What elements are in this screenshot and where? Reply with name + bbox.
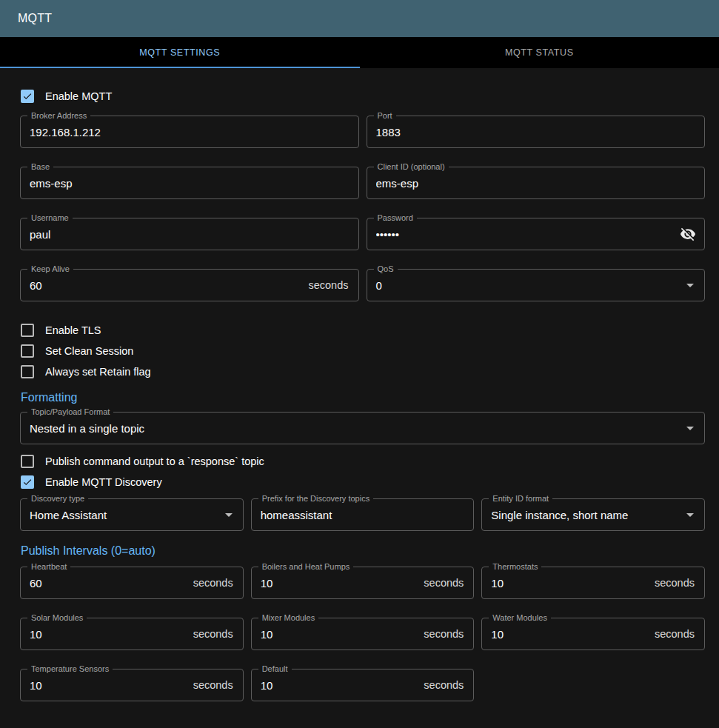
temperature-sensors-label: Temperature Sensors: [27, 664, 113, 674]
keep-alive-unit: seconds: [308, 279, 358, 291]
solar-modules-input[interactable]: [21, 618, 193, 649]
default-interval-unit: seconds: [424, 679, 473, 691]
mqtt-settings-page: MQTT MQTT SETTINGS MQTT STATUS Enable MQ…: [0, 0, 719, 728]
heartbeat-input[interactable]: [21, 567, 193, 598]
default-interval-input[interactable]: [252, 669, 424, 701]
broker-port-row: Broker Address Port: [20, 116, 705, 148]
client-id-field: Client ID (optional): [367, 167, 706, 199]
retain-flag-checkbox-row[interactable]: Always set Retain flag: [21, 361, 705, 382]
water-modules-input[interactable]: [482, 618, 655, 649]
mixer-modules-unit: seconds: [424, 628, 473, 640]
base-input[interactable]: [21, 167, 358, 198]
discovery-type-value: Home Assistant: [21, 509, 220, 521]
discovery-prefix-input[interactable]: [252, 499, 474, 530]
discovery-options-group: Publish command output to a `response` t…: [20, 451, 705, 492]
tab-bar: MQTT SETTINGS MQTT STATUS: [0, 37, 719, 68]
broker-address-input[interactable]: [21, 116, 358, 147]
username-input[interactable]: [21, 218, 358, 250]
dropdown-arrow-icon: [681, 276, 699, 294]
page-title: MQTT: [18, 12, 52, 25]
empty-grid-cell: [481, 669, 705, 701]
entity-id-format-select[interactable]: Entity ID format Single instance, short …: [481, 498, 705, 531]
publish-response-label: Publish command output to a `response` t…: [45, 455, 264, 467]
enable-mqtt-checkbox[interactable]: [21, 90, 34, 103]
base-field: Base: [20, 167, 359, 199]
intervals-row-2: Solar Modules seconds Mixer Modules seco…: [20, 618, 705, 650]
enable-tls-checkbox-row[interactable]: Enable TLS: [21, 320, 705, 341]
water-modules-unit: seconds: [655, 628, 704, 640]
client-id-label: Client ID (optional): [374, 162, 449, 172]
mixer-modules-label: Mixer Modules: [258, 613, 319, 623]
enable-discovery-label: Enable MQTT Discovery: [45, 476, 162, 488]
app-header: MQTT: [0, 0, 719, 37]
clean-session-checkbox[interactable]: [21, 344, 34, 358]
heartbeat-field: Heartbeat seconds: [20, 567, 244, 599]
publish-response-checkbox-row[interactable]: Publish command output to a `response` t…: [21, 451, 705, 472]
default-interval-field: Default seconds: [251, 669, 475, 701]
client-id-input[interactable]: [367, 167, 705, 198]
topic-format-value: Nested in a single topic: [21, 422, 681, 435]
broker-address-label: Broker Address: [27, 111, 90, 121]
thermostats-input[interactable]: [482, 567, 655, 598]
discovery-config-row: Discovery type Home Assistant Prefix for…: [20, 498, 705, 531]
thermostats-label: Thermostats: [489, 562, 541, 572]
tab-mqtt-status[interactable]: MQTT STATUS: [360, 37, 719, 68]
keep-alive-field: Keep Alive seconds: [20, 269, 359, 301]
intervals-row-1: Heartbeat seconds Boilers and Heat Pumps…: [20, 567, 705, 599]
mixer-modules-field: Mixer Modules seconds: [251, 618, 475, 650]
temperature-sensors-unit: seconds: [193, 679, 243, 691]
keep-alive-label: Keep Alive: [27, 264, 73, 274]
temperature-sensors-input[interactable]: [21, 669, 193, 701]
retain-flag-label: Always set Retain flag: [45, 366, 151, 378]
mixer-modules-input[interactable]: [252, 618, 424, 649]
thermostats-field: Thermostats seconds: [481, 567, 705, 599]
boilers-input[interactable]: [252, 567, 424, 598]
dropdown-arrow-icon: [681, 506, 699, 524]
base-clientid-row: Base Client ID (optional): [20, 167, 705, 199]
solar-modules-field: Solar Modules seconds: [20, 618, 244, 650]
port-label: Port: [374, 111, 396, 121]
enable-mqtt-checkbox-row[interactable]: Enable MQTT: [21, 86, 705, 107]
discovery-type-select[interactable]: Discovery type Home Assistant: [20, 498, 244, 531]
intervals-row-3: Temperature Sensors seconds Default seco…: [20, 669, 705, 701]
keep-alive-input[interactable]: [21, 270, 308, 301]
retain-flag-checkbox[interactable]: [21, 365, 34, 378]
enable-tls-label: Enable TLS: [45, 324, 101, 336]
port-input[interactable]: [367, 116, 705, 147]
broker-address-field: Broker Address: [20, 116, 359, 148]
visibility-off-icon: [680, 226, 696, 242]
publish-intervals-heading: Publish Intervals (0=auto): [21, 543, 705, 559]
settings-form: Enable MQTT Broker Address Port Base Cli…: [0, 68, 719, 728]
username-field: Username: [20, 218, 359, 250]
enable-discovery-checkbox-row[interactable]: Enable MQTT Discovery: [21, 472, 705, 492]
tab-mqtt-settings[interactable]: MQTT SETTINGS: [0, 37, 360, 68]
solar-modules-label: Solar Modules: [27, 613, 87, 623]
water-modules-label: Water Modules: [489, 613, 551, 623]
boilers-field: Boilers and Heat Pumps seconds: [251, 567, 475, 599]
port-field: Port: [367, 116, 706, 148]
heartbeat-label: Heartbeat: [27, 562, 70, 572]
formatting-heading: Formatting: [21, 390, 705, 406]
password-input[interactable]: [367, 218, 679, 250]
topic-format-select[interactable]: Topic/Payload Format Nested in a single …: [20, 412, 705, 444]
solar-modules-unit: seconds: [193, 628, 243, 640]
dropdown-arrow-icon: [681, 419, 699, 437]
clean-session-label: Set Clean Session: [45, 345, 133, 357]
entity-id-format-value: Single instance, short name: [482, 509, 681, 521]
qos-select[interactable]: QoS 0: [367, 269, 706, 301]
dropdown-arrow-icon: [220, 506, 238, 524]
enable-discovery-checkbox[interactable]: [21, 475, 34, 489]
qos-label: QoS: [374, 264, 398, 274]
temperature-sensors-field: Temperature Sensors seconds: [20, 669, 244, 701]
publish-response-checkbox[interactable]: [21, 455, 34, 468]
password-label: Password: [374, 213, 417, 223]
toggle-password-visibility-button[interactable]: [678, 224, 698, 244]
check-icon: [22, 476, 33, 488]
boilers-label: Boilers and Heat Pumps: [258, 562, 354, 572]
enable-tls-checkbox[interactable]: [21, 324, 34, 337]
discovery-type-label: Discovery type: [27, 494, 88, 504]
clean-session-checkbox-row[interactable]: Set Clean Session: [21, 341, 705, 361]
enable-mqtt-label: Enable MQTT: [45, 90, 112, 102]
connection-options-group: Enable TLS Set Clean Session Always set …: [20, 320, 705, 382]
username-label: Username: [27, 213, 73, 223]
